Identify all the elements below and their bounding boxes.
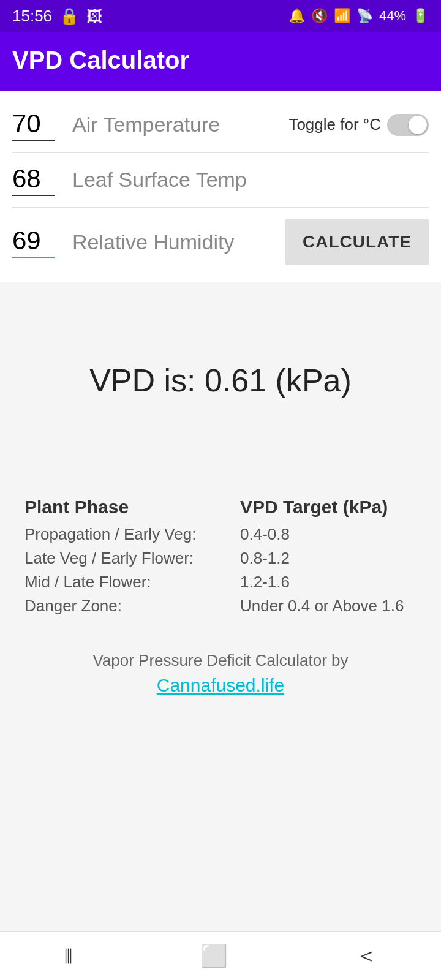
ref-target-header: VPD Target (kPa) <box>240 497 417 518</box>
leaf-temp-input-wrapper <box>12 164 61 196</box>
input-section: Air Temperature Toggle for °C Leaf Surfa… <box>0 91 441 282</box>
toggle-knob <box>409 116 427 134</box>
wifi-icon: 📶 <box>334 8 350 24</box>
ref-phase-1: Late Veg / Early Flower: <box>24 549 240 568</box>
nav-recent-icon[interactable]: ⦀ <box>64 943 73 969</box>
toggle-wrapper: Toggle for °C <box>288 114 429 136</box>
battery: 44% <box>379 8 406 24</box>
toggle-label: Toggle for °C <box>288 115 381 134</box>
status-bar: 15:56 🔒 🖼 🔔 🔇 📶 📡 44% 🔋 <box>0 0 441 32</box>
ref-row-0: Propagation / Early Veg: 0.4-0.8 <box>24 525 417 544</box>
air-temp-row: Air Temperature Toggle for °C <box>12 97 429 153</box>
footer-section: Vapor Pressure Deficit Calculator by Can… <box>0 633 441 708</box>
celsius-toggle[interactable] <box>387 114 429 136</box>
notification-icon: 🔔 <box>288 8 305 24</box>
calculate-button[interactable]: CALCULATE <box>285 219 429 265</box>
air-temp-label: Air Temperature <box>61 113 288 137</box>
ref-target-0: 0.4-0.8 <box>240 525 417 544</box>
humidity-input[interactable] <box>12 226 55 258</box>
air-temp-input[interactable] <box>12 109 55 141</box>
nav-bar: ⦀ ⬜ ＜ <box>0 931 441 980</box>
signal-icon: 📡 <box>356 8 373 24</box>
ref-header-row: Plant Phase VPD Target (kPa) <box>24 497 417 518</box>
vpd-result: VPD is: 0.61 (kPa) <box>89 362 352 399</box>
air-temp-input-wrapper <box>12 109 61 141</box>
nav-back-icon[interactable]: ＜ <box>355 941 377 971</box>
ref-row-2: Mid / Late Flower: 1.2-1.6 <box>24 573 417 592</box>
ref-phase-header: Plant Phase <box>24 497 240 518</box>
nav-home-icon[interactable]: ⬜ <box>200 943 228 969</box>
time: 15:56 <box>12 7 52 26</box>
ref-row-1: Late Veg / Early Flower: 0.8-1.2 <box>24 549 417 568</box>
humidity-label: Relative Humidity <box>61 230 285 254</box>
ref-target-1: 0.8-1.2 <box>240 549 417 568</box>
ref-row-3: Danger Zone: Under 0.4 or Above 1.6 <box>24 597 417 616</box>
app-title: VPD Calculator <box>12 47 189 74</box>
reference-section: Plant Phase VPD Target (kPa) Propagation… <box>0 478 441 633</box>
lock-icon: 🔒 <box>59 7 79 26</box>
ref-target-3: Under 0.4 or Above 1.6 <box>240 597 417 616</box>
battery-icon: 🔋 <box>412 8 429 24</box>
image-icon: 🖼 <box>86 7 102 26</box>
leaf-temp-input[interactable] <box>12 164 55 196</box>
ref-phase-3: Danger Zone: <box>24 597 240 616</box>
status-left: 15:56 🔒 🖼 <box>12 7 102 26</box>
footer-link[interactable]: Cannafused.life <box>12 675 429 696</box>
reference-table: Plant Phase VPD Target (kPa) Propagation… <box>24 497 417 616</box>
app-header: VPD Calculator <box>0 32 441 91</box>
main-content: Air Temperature Toggle for °C Leaf Surfa… <box>0 91 441 931</box>
ref-phase-0: Propagation / Early Veg: <box>24 525 240 544</box>
humidity-row: Relative Humidity CALCULATE <box>12 208 429 276</box>
result-section: VPD is: 0.61 (kPa) <box>0 282 441 478</box>
mute-icon: 🔇 <box>311 8 328 24</box>
leaf-temp-row: Leaf Surface Temp <box>12 153 429 208</box>
footer-by-text: Vapor Pressure Deficit Calculator by <box>12 651 429 670</box>
status-right: 🔔 🔇 📶 📡 44% 🔋 <box>288 8 429 24</box>
humidity-input-wrapper <box>12 226 61 258</box>
ref-target-2: 1.2-1.6 <box>240 573 417 592</box>
ref-phase-2: Mid / Late Flower: <box>24 573 240 592</box>
leaf-temp-label: Leaf Surface Temp <box>61 168 429 192</box>
